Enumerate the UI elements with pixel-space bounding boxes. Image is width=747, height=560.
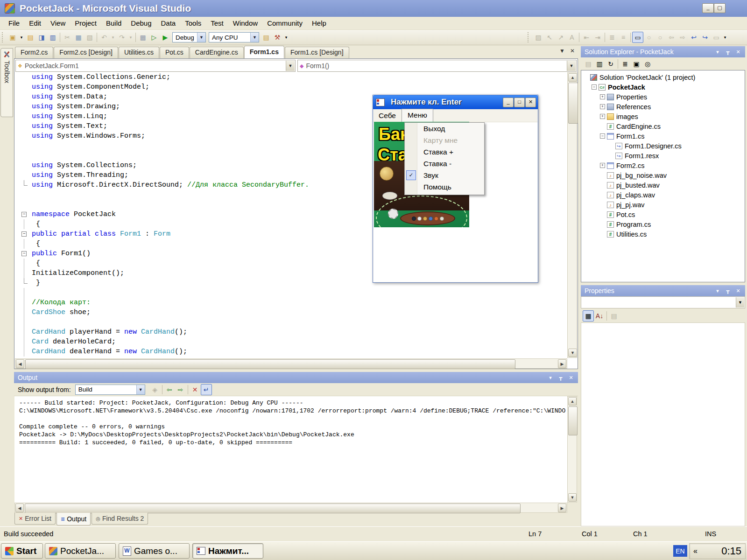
tree-item-pot-cs[interactable]: #Pot.cs xyxy=(581,210,745,219)
chevron-down-icon[interactable]: ▼ xyxy=(197,33,205,42)
close-icon[interactable]: ✕ xyxy=(734,287,742,294)
tab-utilities-cs[interactable]: Utilities.cs xyxy=(119,47,159,58)
toggle-bookmark-icon[interactable]: ▭ xyxy=(632,32,643,43)
scroll-right-icon[interactable]: ▶ xyxy=(558,504,566,512)
platform-combo[interactable]: Any CPU ▼ xyxy=(209,32,259,42)
save-all-icon[interactable]: ▥ xyxy=(47,32,58,43)
categorized-icon[interactable]: ▦ xyxy=(583,310,594,322)
output-source-combo[interactable]: Build ▼ xyxy=(75,385,145,395)
tree-item-form1-designer-cs[interactable]: ↪Form1.Designer.cs xyxy=(581,141,745,151)
class-diagram-icon[interactable]: ◎ xyxy=(642,58,653,70)
copy-icon[interactable]: ▦ xyxy=(73,32,84,43)
auto-hide-pin-icon[interactable]: ┳ xyxy=(724,48,732,56)
tree-expander-icon[interactable]: + xyxy=(600,94,605,99)
window-position-icon[interactable]: ▾ xyxy=(546,374,555,381)
tree-item-pj-claps-wav[interactable]: ♪pj_claps.wav xyxy=(581,190,745,200)
show-all-files-icon[interactable]: ▥ xyxy=(594,58,605,70)
scroll-up-icon[interactable]: ▲ xyxy=(568,73,577,82)
title-bar[interactable]: PocketJack - Microsoft Visual Studio xyxy=(0,0,747,17)
debug-config-combo[interactable]: Debug ▼ xyxy=(172,32,206,42)
menu-file[interactable]: File xyxy=(4,17,24,29)
open-file-icon[interactable]: ▤ xyxy=(25,32,36,43)
active-files-dropdown-icon[interactable]: ▼ xyxy=(557,48,567,54)
language-indicator[interactable]: EN xyxy=(673,545,687,557)
tray-chevron-icon[interactable]: « xyxy=(693,547,698,555)
menu-tools[interactable]: Tools xyxy=(180,17,206,29)
scrollbar-thumb[interactable] xyxy=(568,83,578,124)
goto-next-message-icon[interactable]: ⇨ xyxy=(175,384,186,395)
close-document-icon[interactable]: ✕ xyxy=(568,48,577,54)
tree-expander-icon[interactable]: − xyxy=(600,133,605,139)
editor-horizontal-scrollbar[interactable]: ◀ ▶ xyxy=(15,358,567,369)
tab-form1-cs-design[interactable]: Form1.cs [Design] xyxy=(285,47,349,58)
view-designer-icon[interactable]: ▣ xyxy=(631,58,642,70)
toolbar-grip[interactable] xyxy=(528,32,531,42)
code-line[interactable]: using System.ComponentModel; xyxy=(15,82,567,92)
menu-debug[interactable]: Debug xyxy=(126,17,156,29)
tree-item-pocketjack[interactable]: −C#PocketJack xyxy=(581,82,745,92)
chevron-down-icon[interactable]: ▼ xyxy=(250,33,259,42)
close-icon[interactable]: ✕ xyxy=(567,374,575,381)
chevron-down-icon[interactable]: ▼ xyxy=(136,385,145,394)
game-menu-item-помощь[interactable]: Помощь xyxy=(405,181,484,193)
start-button[interactable]: Start xyxy=(1,543,43,559)
code-line[interactable]: Card dealerHoleCard; xyxy=(15,337,567,347)
taskbar-button-games-o[interactable]: WGames o... xyxy=(119,543,190,559)
tree-item-properties[interactable]: +Properties xyxy=(581,92,745,102)
tree-expander-icon[interactable]: + xyxy=(600,114,605,119)
right-toolbar-overflow-icon[interactable]: ▾ xyxy=(722,32,728,43)
maximize-button[interactable]: ▢ xyxy=(714,3,726,13)
collapse-toggle-icon[interactable]: − xyxy=(21,251,27,256)
toolbar-overflow-arrow-icon[interactable]: ▾ xyxy=(283,32,289,43)
tree-item-pj-bg-noise-wav[interactable]: ♪pj_bg_noise.wav xyxy=(581,170,745,180)
view-code-icon[interactable]: ≣ xyxy=(620,58,631,70)
tree-item-references[interactable]: +References xyxy=(581,102,745,112)
scroll-left-icon[interactable]: ◀ xyxy=(15,504,24,512)
start-debugging-icon[interactable]: ▶ xyxy=(160,32,171,43)
types-dropdown[interactable]: ❖ PocketJack.Form1 ▼ xyxy=(15,60,296,72)
collapse-toggle-icon[interactable]: − xyxy=(21,231,27,237)
menu-window[interactable]: Window xyxy=(228,17,262,29)
menu-community[interactable]: Community xyxy=(262,17,307,29)
tool-tab-output[interactable]: ≣Output xyxy=(56,513,91,525)
tree-item-solution-pocketjack-1-project[interactable]: Solution 'PocketJack' (1 project) xyxy=(581,72,745,82)
menu-build[interactable]: Build xyxy=(101,17,126,29)
solution-explorer-icon[interactable]: ▤ xyxy=(261,32,272,43)
output-panel-header[interactable]: Output ▾ ┳ ✕ xyxy=(14,372,578,383)
editor-vertical-scrollbar[interactable]: ▲ ▼ xyxy=(567,72,577,358)
auto-hide-pin-icon[interactable]: ┳ xyxy=(724,287,732,294)
tab-form1-cs[interactable]: Form1.cs xyxy=(244,46,284,58)
members-dropdown[interactable]: ◆ Form1() ▼ xyxy=(297,60,577,72)
output-log[interactable]: ------ Build started: Project: PocketJac… xyxy=(14,396,567,503)
scroll-down-icon[interactable]: ▼ xyxy=(568,493,577,502)
scrollbar-thumb[interactable] xyxy=(25,359,515,369)
chevron-down-icon[interactable]: ▼ xyxy=(736,297,744,308)
word-wrap-icon[interactable]: ↵ xyxy=(201,384,212,395)
scroll-left-icon[interactable]: ◀ xyxy=(16,359,24,368)
chevron-down-icon[interactable]: ▼ xyxy=(567,61,576,71)
toolbox-button-icon[interactable]: ⚒ xyxy=(272,32,283,43)
scroll-down-icon[interactable]: ▼ xyxy=(568,349,577,357)
game-menu-sebe[interactable]: Себе xyxy=(373,110,402,122)
solution-explorer-header[interactable]: Solution Explorer - PocketJack ▾ ┳ ✕ xyxy=(581,46,745,57)
close-icon[interactable]: ✕ xyxy=(734,48,742,56)
game-maximize-button[interactable]: □ xyxy=(514,98,525,107)
new-project-arrow-icon[interactable]: ▾ xyxy=(18,32,25,43)
menu-help[interactable]: Help xyxy=(307,17,331,29)
taskbar-button-нажмит[interactable]: Нажмит... xyxy=(192,543,263,559)
code-line[interactable]: //Колода карт: xyxy=(15,298,567,308)
alphabetical-icon[interactable]: A↓ xyxy=(594,310,605,322)
window-position-icon[interactable]: ▾ xyxy=(713,287,722,294)
prev-bookmark-doc-icon[interactable]: ↩ xyxy=(688,32,699,43)
tree-expander-icon[interactable]: + xyxy=(600,163,605,168)
scrollbar-thumb[interactable] xyxy=(568,406,578,435)
refresh-icon[interactable]: ↻ xyxy=(605,58,616,70)
find-in-files-icon[interactable]: ▩ xyxy=(137,32,148,43)
menu-data[interactable]: Data xyxy=(156,17,181,29)
minimize-button[interactable]: _ xyxy=(702,3,714,13)
tree-item-pj-pj-wav[interactable]: ♪pj_pj.wav xyxy=(581,200,745,210)
tree-item-form1-cs[interactable]: −Form1.cs xyxy=(581,131,745,141)
goto-prev-message-icon[interactable]: ⇦ xyxy=(164,384,175,395)
next-bookmark-doc-icon[interactable]: ↪ xyxy=(699,32,711,43)
chevron-down-icon[interactable]: ▼ xyxy=(286,61,295,71)
